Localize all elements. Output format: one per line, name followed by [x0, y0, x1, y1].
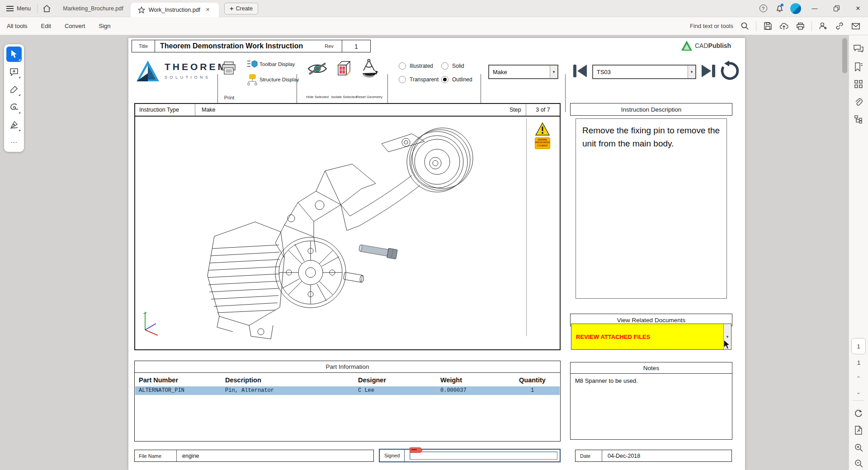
cell-quantity: 1: [531, 387, 534, 394]
cadpublish-triangle-icon: [681, 40, 693, 51]
part-row-selected[interactable]: ALTERNATOR_PIN Pin, Alternator C Lee 0.0…: [135, 386, 560, 395]
structure-display-button[interactable]: [247, 74, 258, 86]
page-total: 1: [849, 359, 868, 366]
zoom-out-icon: [854, 459, 863, 468]
col-part-number: Part Number: [139, 376, 178, 384]
signature-field[interactable]: [410, 451, 557, 460]
tab-label: Work_Instruction.pdf: [149, 7, 200, 13]
draw-tool-button[interactable]: [6, 99, 22, 115]
divider: [811, 21, 812, 31]
create-button[interactable]: + Create: [224, 3, 258, 14]
menu-sign[interactable]: Sign: [92, 23, 117, 29]
restart-instructions-button[interactable]: [719, 61, 740, 81]
avatar: [790, 3, 801, 14]
print-button[interactable]: [793, 19, 808, 33]
cycle-instructions-select[interactable]: TS03 ▾: [592, 65, 696, 79]
related-documents-select[interactable]: REVIEW ATTACHED FILES ▾: [571, 324, 731, 350]
col-quantity: Quantity: [519, 376, 546, 384]
email-button[interactable]: [848, 19, 863, 33]
radio-illustrated[interactable]: Illustrated: [399, 62, 433, 70]
isolate-selected-button[interactable]: [335, 60, 353, 78]
attachments-panel-button[interactable]: [851, 95, 866, 109]
next-page-button[interactable]: ⌄: [853, 389, 864, 395]
document-viewer: Title Theorem Demonstration Work Instruc…: [0, 35, 868, 470]
toolbar-display-button[interactable]: [247, 60, 258, 69]
next-instruction-button[interactable]: [700, 62, 717, 80]
menu-button[interactable]: Menu: [0, 0, 37, 17]
description-panel-body[interactable]: Remove the fixing pin to remove the unit…: [576, 118, 727, 299]
restore-icon: [834, 5, 840, 11]
structure-display-label: Structure Display: [259, 77, 299, 82]
titlebar-controls: ? — ✕: [756, 0, 868, 17]
theorem-triangle-icon: [136, 60, 160, 82]
help-icon: ?: [760, 5, 767, 12]
envelope-icon: [852, 23, 860, 29]
plus-icon: +: [230, 5, 233, 12]
find-label[interactable]: Find text or tools: [690, 23, 733, 29]
coordinate-triad: [139, 308, 162, 337]
save-button[interactable]: [760, 19, 775, 33]
home-button[interactable]: [38, 0, 56, 17]
radio-outlined[interactable]: Outlined: [441, 76, 472, 83]
comment-tool-button[interactable]: [6, 64, 22, 80]
radio-solid[interactable]: Solid: [441, 62, 464, 70]
radio-transparent[interactable]: Transparent: [399, 76, 439, 83]
reset-geometry-button[interactable]: [358, 59, 380, 79]
more-tools-button[interactable]: ⋯: [6, 135, 22, 150]
zoom-in-button[interactable]: [851, 440, 866, 455]
cad-3d-drawing[interactable]: [135, 117, 523, 350]
share-link-button[interactable]: [832, 19, 847, 33]
help-button[interactable]: ?: [756, 0, 770, 17]
menu-all-tools[interactable]: All tools: [0, 23, 34, 29]
upload-cloud-button[interactable]: [776, 19, 792, 33]
layers-panel-button[interactable]: [851, 112, 866, 127]
menu-convert[interactable]: Convert: [58, 23, 92, 29]
radio-circle: [399, 76, 406, 83]
chevron-down-icon[interactable]: ▾: [550, 66, 557, 78]
comments-panel-button[interactable]: [851, 42, 866, 56]
sign-tool-button[interactable]: [6, 117, 22, 132]
select-tool-button[interactable]: [6, 47, 22, 62]
grid-icon: [854, 80, 863, 88]
chevron-down-icon[interactable]: ▾: [688, 66, 695, 78]
hide-selected-button[interactable]: [307, 61, 328, 76]
theorem-logo: THEOREMSOLUTIONS: [136, 60, 228, 82]
bookmarks-panel-button[interactable]: [851, 60, 866, 74]
pdf-page: Title Theorem Demonstration Work Instruc…: [128, 38, 745, 470]
previous-instruction-button[interactable]: [571, 62, 589, 80]
previous-page-button[interactable]: ⌃: [853, 375, 864, 382]
close-button[interactable]: ✕: [848, 0, 868, 17]
menubar-right: Find text or tools: [690, 19, 868, 33]
notifications-button[interactable]: [772, 0, 787, 17]
tab-close-icon[interactable]: ✕: [204, 6, 212, 14]
rev-value: 1: [342, 42, 370, 50]
lasso-draw-icon: [9, 103, 19, 111]
eye-slash-icon: [307, 61, 328, 76]
refresh-button[interactable]: [851, 406, 866, 420]
comments-icon: [854, 45, 863, 53]
alternator-pin-part: [359, 243, 397, 259]
vertical-scrollbar[interactable]: [842, 38, 847, 73]
thumbnails-panel-button[interactable]: [851, 77, 866, 91]
tab-work-instruction[interactable]: Work_Instruction.pdf ✕: [131, 3, 219, 17]
highlight-tool-button[interactable]: [6, 82, 22, 97]
acrobat-window: Menu Marketing_Brochure.pdf Work_Instruc…: [0, 0, 868, 470]
restore-button[interactable]: [826, 0, 846, 17]
zoom-out-button[interactable]: [851, 456, 866, 470]
radio-circle: [441, 62, 448, 70]
printer-icon: [797, 23, 804, 30]
search-button[interactable]: [737, 19, 752, 33]
fit-page-button[interactable]: [851, 423, 866, 437]
print-button-pdf[interactable]: [222, 61, 236, 75]
rev-label: Rev: [316, 43, 342, 49]
notes-panel-body[interactable]: M8 Spanner to be used.: [570, 374, 732, 440]
account-button[interactable]: [788, 0, 803, 17]
instruction-display-select[interactable]: Make ▾: [488, 65, 558, 79]
minimize-button[interactable]: —: [805, 0, 825, 17]
request-signatures-button[interactable]: [816, 19, 831, 33]
menu-edit[interactable]: Edit: [34, 23, 58, 29]
page-number-input[interactable]: 1: [851, 338, 866, 354]
tab-marketing-brochure[interactable]: Marketing_Brochure.pdf: [56, 0, 130, 17]
reset-geometry-caption: Reset Geometry: [354, 95, 385, 99]
signature-flag[interactable]: [410, 447, 422, 453]
